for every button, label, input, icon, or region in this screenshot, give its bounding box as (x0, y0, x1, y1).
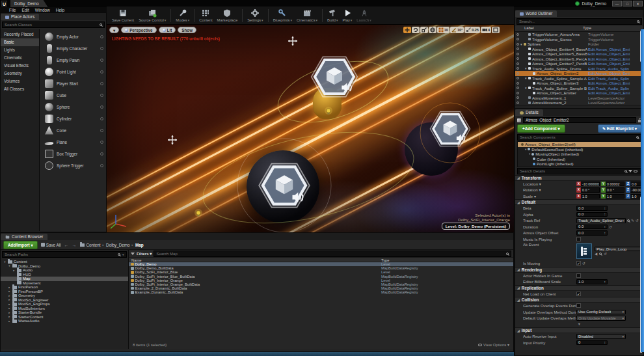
category-all-classes[interactable]: All Classes (1, 85, 39, 93)
scale-tool-button[interactable] (420, 27, 428, 33)
visibility-eye-icon[interactable] (517, 43, 519, 46)
outliner-row[interactable]: ▾Track_Audio_Spline_DrumsEdit Track_Audi… (515, 66, 643, 72)
akevent-dropdown[interactable]: Play_Drum_Loop▾ (595, 247, 644, 252)
outliner-row[interactable]: Atmos_Object_Emitter6_PercAEdit Atmos_Ob… (515, 57, 643, 62)
visibility-eye-icon[interactable] (517, 53, 519, 55)
place-actor-player-start[interactable]: Player Start (40, 77, 106, 89)
place-actor-sphere-trigger[interactable]: Sphere Trigger (40, 159, 106, 171)
search-details-input[interactable] (520, 169, 623, 173)
beta-field[interactable]: 0.0↕ (576, 206, 608, 211)
toolbar-content-button[interactable]: Content (199, 8, 212, 22)
reset-icon[interactable]: ↺ (636, 218, 639, 223)
back-button[interactable]: ← (64, 243, 69, 247)
menu-window[interactable]: Window (35, 8, 50, 12)
type-column-header[interactable]: Type (583, 26, 591, 31)
component-row[interactable]: Cube (Inherited) (518, 157, 641, 162)
search-assets-input[interactable] (156, 252, 505, 256)
edit-icon[interactable]: ✎ (631, 218, 634, 223)
location-y-value[interactable]: 0.00002 (606, 182, 624, 187)
toolbar-source-control-button[interactable]: Source Control▾ (139, 8, 166, 22)
menu-help[interactable]: Help (56, 8, 64, 12)
editor-billboard-scale-field[interactable]: 1.0↕ (576, 279, 608, 284)
place-actor-point-light[interactable]: Point Light (40, 66, 106, 77)
visibility-eye-icon[interactable] (517, 96, 519, 99)
cb-view-options[interactable]: View Options ▾ (478, 342, 509, 347)
section-header-input[interactable]: ◢Input (515, 327, 643, 333)
search-icon[interactable] (599, 253, 602, 255)
filters-button[interactable]: Filters ▾ (137, 251, 152, 256)
auto-receive-input-dropdown[interactable]: Disabled▾ (576, 334, 626, 339)
place-actor-plane[interactable]: Plane (40, 136, 106, 148)
category-visual-effects[interactable]: Visual Effects (1, 62, 39, 70)
visibility-eye-icon[interactable] (517, 77, 519, 79)
camera-speed-button[interactable]: 4 (481, 27, 491, 33)
world-space-button[interactable] (429, 27, 436, 33)
edit-asset-link[interactable]: Edit Atmos_Object_Emi (588, 47, 643, 51)
save-all-button[interactable]: Save All (41, 243, 61, 247)
edit-asset-link[interactable]: Edit Atmos_Object_Emi (588, 61, 643, 66)
place-actor-sphere[interactable]: Sphere (40, 101, 106, 113)
edit-asset-link[interactable]: Edit Atmos_Object_Emi (588, 51, 643, 56)
reset-icon[interactable]: ↺ (609, 225, 612, 229)
scale-snap-button[interactable]: 0.25 (464, 27, 480, 33)
toolbar-launch-button[interactable]: Launch▾ (356, 8, 371, 22)
show-button[interactable]: Show (178, 27, 196, 33)
project-tab[interactable]: Dolby_Demo (10, 0, 48, 7)
component-row[interactable]: ▾MovingObject (Inherited) (518, 152, 641, 157)
default-update-overlaps-metho-dropdown[interactable]: Only Update Movable▾ (576, 316, 626, 321)
outliner-row[interactable]: Atmos_Object_EmitterEdit Atmos_Object_Em… (515, 90, 643, 96)
edit-asset-link[interactable]: Edit Atmos_Object_Emi (588, 90, 643, 95)
generate-overlap-events-durin-checkbox[interactable] (576, 303, 581, 308)
place-actor-cube[interactable]: Cube (40, 89, 106, 101)
place-actors-tab[interactable]: Place Actors (1, 14, 39, 20)
toolbar-modes-button[interactable]: Modes▾ (176, 8, 189, 22)
place-actor-empty-character[interactable]: Empty Character (40, 42, 106, 54)
add-import-button[interactable]: Add/Import ▾ (3, 241, 38, 249)
place-actor-empty-pawn[interactable]: Empty Pawn (40, 54, 106, 66)
location-x-value[interactable]: -10.000001 (581, 182, 600, 187)
breadcrumb-map[interactable]: Map (135, 243, 144, 247)
level-badge[interactable]: Level: Dolby_Demo (Persistent) (442, 223, 510, 230)
category-cinematic[interactable]: Cinematic (1, 54, 39, 62)
category-lights[interactable]: Lights (1, 46, 39, 54)
content-browser-tab[interactable]: Content Browser (1, 234, 47, 240)
actor-hidden-in-game-checkbox[interactable] (576, 273, 581, 278)
section-header-default[interactable]: ◢Default (515, 199, 643, 205)
edit-asset-link[interactable]: Edit Atmos_Object_Emi (588, 57, 643, 61)
outliner-row[interactable]: TriggerVolume_AtmosAreaTriggerVolume (515, 32, 643, 37)
edit-asset-link[interactable]: Edit Atmos_Object_Emi (588, 71, 643, 75)
view-mode-button[interactable]: Lit (159, 27, 176, 33)
rotation-y-value[interactable]: 0.0 ° (606, 187, 624, 193)
visibility-eye-icon[interactable] (517, 87, 519, 89)
label-column-header[interactable]: Label (515, 26, 583, 31)
edit-blueprint-button[interactable]: ✎ Edit Blueprint ▾ (598, 124, 641, 133)
atmos-emitter-icon[interactable] (312, 57, 358, 96)
edit-asset-link[interactable]: Edit Track_Audio_Splin (588, 76, 643, 81)
search-icon[interactable] (627, 219, 630, 222)
toolbar-cinematics-button[interactable]: Cinematics▾ (297, 8, 317, 22)
viewport-options-button[interactable]: ▾ (109, 27, 119, 33)
outliner-row[interactable]: Atmos_Object_Emitter3Edit Atmos_Object_E… (515, 81, 643, 86)
place-actor-box-trigger[interactable]: Box Trigger (40, 148, 106, 159)
advanced-expander[interactable]: ▾ (515, 322, 643, 328)
toolbar-build-button[interactable]: Build▾ (327, 8, 338, 22)
visibility-eye-icon[interactable] (517, 72, 519, 75)
update-overlaps-method-durin-dropdown[interactable]: Use Config Default▾ (576, 310, 626, 315)
restore-button[interactable]: □ (623, 1, 632, 7)
visibility-eye-icon[interactable] (517, 82, 519, 85)
light-bulb-icon[interactable] (325, 107, 332, 115)
edit-asset-link[interactable]: Edit Atmos_Object_Emi (588, 81, 643, 85)
visibility-eye-icon[interactable] (517, 62, 519, 65)
section-header-transform[interactable]: ◢Transform (515, 175, 643, 181)
atmos-object-offset-field[interactable]: 0.0↕ (576, 230, 608, 236)
use-selected-icon[interactable]: ◀ (595, 252, 597, 256)
visibility-eye-icon[interactable] (517, 38, 519, 40)
outliner-row[interactable]: ▾Track_Audio_Spline_Sample BEdit Track_A… (515, 86, 643, 91)
toolbar-settings-button[interactable]: Settings▾ (247, 8, 263, 22)
outliner-row[interactable]: ▾Track_Audio_Spline_Sample AEdit Track_A… (515, 76, 643, 81)
visibility-eye-icon[interactable] (517, 57, 519, 60)
toolbar-save-current-button[interactable]: Save Current (112, 8, 134, 22)
scale-y-value[interactable]: 1.0 (606, 194, 624, 199)
input-priority-field[interactable]: 0↕ (576, 340, 608, 346)
level-viewport[interactable]: ▾ Perspective Lit Show LIGHTING NEEDS TO… (107, 25, 514, 232)
